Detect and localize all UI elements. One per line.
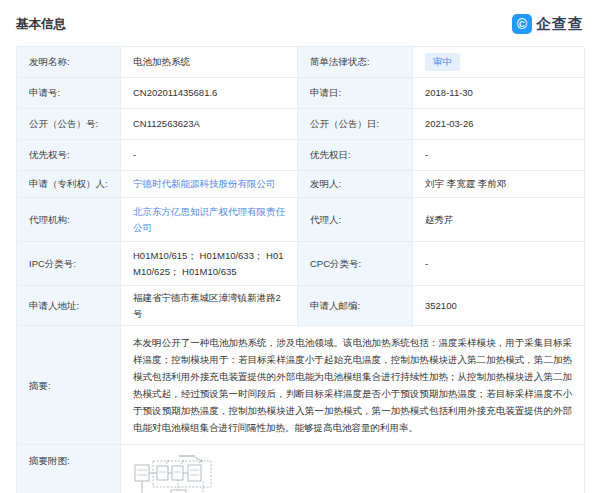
value-applicant: 宁德时代新能源科技股份有限公司: [121, 171, 298, 198]
label-application-date: 申请日:: [298, 78, 413, 109]
applicant-company-link[interactable]: 宁德时代新能源科技股份有限公司: [133, 176, 276, 192]
value-cpc: -: [413, 242, 585, 286]
value-publication-date: 2021-03-26: [413, 109, 585, 140]
basic-info-table: 发明名称: 电池加热系统 简单法律状态: 审中 申请号: CN202011435…: [16, 46, 584, 493]
label-abstract-figure: 摘要附图:: [17, 445, 121, 493]
label-ipc: IPC分类号:: [17, 242, 121, 286]
label-applicant-address: 申请人地址:: [17, 286, 121, 326]
qichacha-brand: © 企查查: [512, 14, 584, 34]
abstract-figure-diagram-image: [133, 453, 218, 493]
value-ipc: H01M10/615； H01M10/633； H01M10/625； H01M…: [121, 242, 298, 286]
value-agent: 赵秀芹: [413, 198, 585, 242]
patent-basic-info-panel: 基本信息 © 企查查 发明名称: 电池加热系统 简单法律状态: 审中 申请号: …: [0, 0, 600, 493]
value-application-no: CN202011435681.6: [121, 78, 298, 109]
label-publication-no: 公开（公告）号:: [17, 109, 121, 140]
label-priority-no: 优先权号:: [17, 140, 121, 171]
value-applicant-address: 福建省宁德市蕉城区漳湾镇新港路2号: [121, 286, 298, 326]
value-abstract-figure: [121, 445, 585, 493]
agency-link[interactable]: 北京东方亿思知识产权代理有限责任公司: [133, 204, 285, 235]
value-priority-no: -: [121, 140, 298, 171]
value-applicant-zip: 352100: [413, 286, 585, 326]
value-priority-date: -: [413, 140, 585, 171]
value-invention-name: 电池加热系统: [121, 47, 298, 78]
label-agency: 代理机构:: [17, 198, 121, 242]
label-application-no: 申请号:: [17, 78, 121, 109]
value-inventors: 刘宇 李宽霆 李前邓: [413, 171, 585, 198]
qichacha-logo-icon: ©: [512, 14, 532, 34]
label-applicant: 申请（专利权）人:: [17, 171, 121, 198]
status-badge: 审中: [425, 53, 460, 71]
label-inventors: 发明人:: [298, 171, 413, 198]
label-legal-status: 简单法律状态:: [298, 47, 413, 78]
label-priority-date: 优先权日:: [298, 140, 413, 171]
label-applicant-zip: 申请人邮编:: [298, 286, 413, 326]
panel-header: 基本信息 © 企查查: [16, 14, 584, 34]
label-invention-name: 发明名称:: [17, 47, 121, 78]
qichacha-brand-name: 企查查: [536, 15, 584, 34]
label-abstract: 摘要:: [17, 326, 121, 445]
value-application-date: 2018-11-30: [413, 78, 585, 109]
value-legal-status: 审中: [413, 47, 585, 78]
label-cpc: CPC分类号:: [298, 242, 413, 286]
label-agent: 代理人:: [298, 198, 413, 242]
label-publication-date: 公开（公告）日:: [298, 109, 413, 140]
value-agency: 北京东方亿思知识产权代理有限责任公司: [121, 198, 298, 242]
value-abstract: 本发明公开了一种电池加热系统，涉及电池领域。该电池加热系统包括：温度采样模块，用…: [121, 326, 585, 445]
value-publication-no: CN112563623A: [121, 109, 298, 140]
page-title: 基本信息: [16, 16, 66, 33]
